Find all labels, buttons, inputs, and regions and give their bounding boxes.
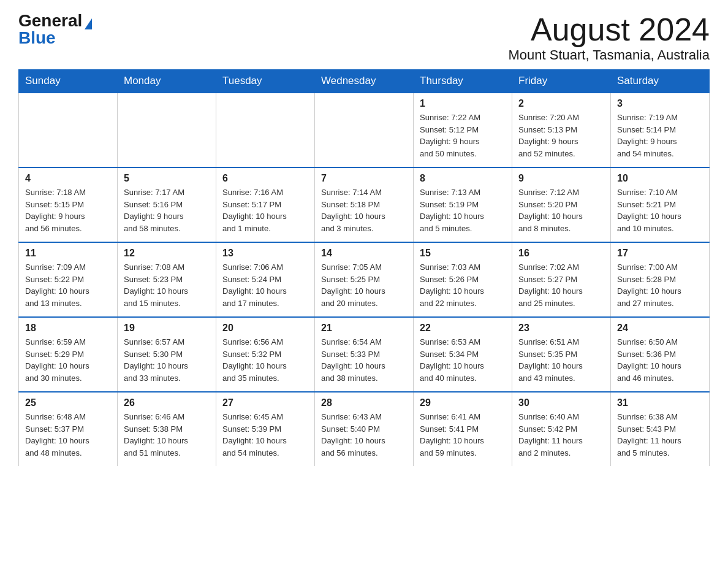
day-info: Sunrise: 6:54 AMSunset: 5:33 PMDaylight:… (321, 336, 407, 384)
col-wednesday: Wednesday (315, 70, 414, 93)
calendar-cell: 3Sunrise: 7:19 AMSunset: 5:14 PMDaylight… (611, 93, 710, 167)
page-subtitle: Mount Stuart, Tasmania, Australia (508, 47, 710, 63)
calendar-cell: 28Sunrise: 6:43 AMSunset: 5:40 PMDayligh… (315, 392, 414, 466)
calendar-cell: 2Sunrise: 7:20 AMSunset: 5:13 PMDaylight… (512, 93, 611, 167)
day-number: 10 (617, 173, 703, 184)
day-number: 7 (321, 173, 407, 184)
day-number: 21 (321, 323, 407, 334)
calendar-cell: 10Sunrise: 7:10 AMSunset: 5:21 PMDayligh… (611, 167, 710, 242)
day-info: Sunrise: 7:02 AMSunset: 5:27 PMDaylight:… (518, 261, 604, 309)
day-info: Sunrise: 6:46 AMSunset: 5:38 PMDaylight:… (124, 411, 210, 459)
day-number: 6 (222, 173, 308, 184)
calendar-cell: 17Sunrise: 7:00 AMSunset: 5:28 PMDayligh… (611, 242, 710, 317)
day-number: 24 (617, 323, 703, 334)
day-info: Sunrise: 7:17 AMSunset: 5:16 PMDaylight:… (124, 186, 210, 234)
calendar-cell: 24Sunrise: 6:50 AMSunset: 5:36 PMDayligh… (611, 317, 710, 392)
day-info: Sunrise: 6:43 AMSunset: 5:40 PMDaylight:… (321, 411, 407, 459)
calendar-cell: 7Sunrise: 7:14 AMSunset: 5:18 PMDaylight… (315, 167, 414, 242)
day-number: 15 (420, 248, 506, 259)
day-info: Sunrise: 7:14 AMSunset: 5:18 PMDaylight:… (321, 186, 407, 234)
day-info: Sunrise: 7:22 AMSunset: 5:12 PMDaylight:… (420, 112, 506, 159)
calendar-cell: 27Sunrise: 6:45 AMSunset: 5:39 PMDayligh… (216, 392, 315, 466)
day-number: 20 (222, 323, 308, 334)
day-info: Sunrise: 6:38 AMSunset: 5:43 PMDaylight:… (617, 411, 703, 459)
calendar-cell: 31Sunrise: 6:38 AMSunset: 5:43 PMDayligh… (611, 392, 710, 466)
calendar-cell: 13Sunrise: 7:06 AMSunset: 5:24 PMDayligh… (216, 242, 315, 317)
day-number: 12 (124, 248, 210, 259)
calendar-cell: 22Sunrise: 6:53 AMSunset: 5:34 PMDayligh… (414, 317, 512, 392)
calendar-cell: 6Sunrise: 7:16 AMSunset: 5:17 PMDaylight… (216, 167, 315, 242)
logo: General Blue (18, 12, 92, 47)
day-info: Sunrise: 6:59 AMSunset: 5:29 PMDaylight:… (25, 336, 111, 384)
day-info: Sunrise: 7:09 AMSunset: 5:22 PMDaylight:… (25, 261, 111, 309)
day-number: 11 (25, 248, 111, 259)
calendar-cell: 12Sunrise: 7:08 AMSunset: 5:23 PMDayligh… (118, 242, 216, 317)
calendar-cell: 18Sunrise: 6:59 AMSunset: 5:29 PMDayligh… (19, 317, 118, 392)
calendar-cell (118, 93, 216, 167)
page-header: General Blue August 2024 Mount Stuart, T… (18, 12, 710, 63)
calendar-cell (19, 93, 118, 167)
day-info: Sunrise: 7:16 AMSunset: 5:17 PMDaylight:… (222, 186, 308, 234)
day-info: Sunrise: 7:10 AMSunset: 5:21 PMDaylight:… (617, 186, 703, 234)
calendar-cell: 15Sunrise: 7:03 AMSunset: 5:26 PMDayligh… (414, 242, 512, 317)
day-number: 26 (124, 397, 210, 408)
calendar-cell: 11Sunrise: 7:09 AMSunset: 5:22 PMDayligh… (19, 242, 118, 317)
page-title: August 2024 (508, 12, 710, 47)
day-number: 14 (321, 248, 407, 259)
calendar-cell: 1Sunrise: 7:22 AMSunset: 5:12 PMDaylight… (414, 93, 512, 167)
calendar-cell: 23Sunrise: 6:51 AMSunset: 5:35 PMDayligh… (512, 317, 611, 392)
day-info: Sunrise: 6:53 AMSunset: 5:34 PMDaylight:… (420, 336, 506, 384)
day-info: Sunrise: 7:13 AMSunset: 5:19 PMDaylight:… (420, 186, 506, 234)
calendar-cell: 19Sunrise: 6:57 AMSunset: 5:30 PMDayligh… (118, 317, 216, 392)
calendar-cell: 25Sunrise: 6:48 AMSunset: 5:37 PMDayligh… (19, 392, 118, 466)
day-number: 27 (222, 397, 308, 408)
day-info: Sunrise: 7:08 AMSunset: 5:23 PMDaylight:… (124, 261, 210, 309)
day-info: Sunrise: 7:06 AMSunset: 5:24 PMDaylight:… (222, 261, 308, 309)
calendar-table: Sunday Monday Tuesday Wednesday Thursday… (18, 69, 710, 466)
logo-top: General (18, 12, 92, 29)
calendar-body: 1Sunrise: 7:22 AMSunset: 5:12 PMDaylight… (19, 93, 710, 466)
day-info: Sunrise: 6:45 AMSunset: 5:39 PMDaylight:… (222, 411, 308, 459)
header-row: Sunday Monday Tuesday Wednesday Thursday… (19, 70, 710, 93)
day-info: Sunrise: 6:51 AMSunset: 5:35 PMDaylight:… (518, 336, 604, 384)
day-number: 31 (617, 397, 703, 408)
day-number: 8 (420, 173, 506, 184)
calendar-week-2: 4Sunrise: 7:18 AMSunset: 5:15 PMDaylight… (19, 167, 710, 242)
logo-general-text: General (18, 11, 82, 30)
day-number: 29 (420, 397, 506, 408)
day-info: Sunrise: 6:57 AMSunset: 5:30 PMDaylight:… (124, 336, 210, 384)
logo-triangle-icon (85, 18, 92, 29)
day-number: 2 (518, 98, 604, 109)
day-number: 1 (420, 98, 506, 109)
day-info: Sunrise: 6:50 AMSunset: 5:36 PMDaylight:… (617, 336, 703, 384)
calendar-header: Sunday Monday Tuesday Wednesday Thursday… (19, 70, 710, 93)
day-number: 17 (617, 248, 703, 259)
day-number: 25 (25, 397, 111, 408)
calendar-week-3: 11Sunrise: 7:09 AMSunset: 5:22 PMDayligh… (19, 242, 710, 317)
col-tuesday: Tuesday (216, 70, 315, 93)
calendar-cell: 20Sunrise: 6:56 AMSunset: 5:32 PMDayligh… (216, 317, 315, 392)
calendar-cell: 9Sunrise: 7:12 AMSunset: 5:20 PMDaylight… (512, 167, 611, 242)
day-info: Sunrise: 6:40 AMSunset: 5:42 PMDaylight:… (518, 411, 604, 459)
calendar-week-5: 25Sunrise: 6:48 AMSunset: 5:37 PMDayligh… (19, 392, 710, 466)
calendar-cell: 14Sunrise: 7:05 AMSunset: 5:25 PMDayligh… (315, 242, 414, 317)
day-info: Sunrise: 7:00 AMSunset: 5:28 PMDaylight:… (617, 261, 703, 309)
calendar-cell (315, 93, 414, 167)
calendar-cell: 5Sunrise: 7:17 AMSunset: 5:16 PMDaylight… (118, 167, 216, 242)
col-saturday: Saturday (611, 70, 710, 93)
day-info: Sunrise: 6:48 AMSunset: 5:37 PMDaylight:… (25, 411, 111, 459)
day-number: 13 (222, 248, 308, 259)
day-info: Sunrise: 6:41 AMSunset: 5:41 PMDaylight:… (420, 411, 506, 459)
day-number: 19 (124, 323, 210, 334)
day-info: Sunrise: 7:20 AMSunset: 5:13 PMDaylight:… (518, 112, 604, 159)
day-number: 28 (321, 397, 407, 408)
calendar-cell: 4Sunrise: 7:18 AMSunset: 5:15 PMDaylight… (19, 167, 118, 242)
col-thursday: Thursday (414, 70, 512, 93)
day-number: 23 (518, 323, 604, 334)
day-number: 3 (617, 98, 703, 109)
col-sunday: Sunday (19, 70, 118, 93)
day-info: Sunrise: 7:12 AMSunset: 5:20 PMDaylight:… (518, 186, 604, 234)
day-number: 5 (124, 173, 210, 184)
col-friday: Friday (512, 70, 611, 93)
day-number: 22 (420, 323, 506, 334)
